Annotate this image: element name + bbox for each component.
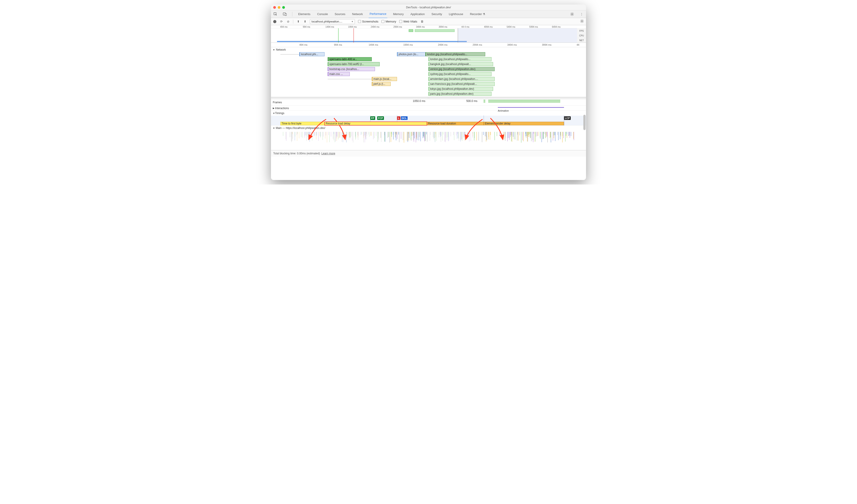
overview-tick: 1994 ms (348, 26, 357, 28)
svg-line-9 (573, 15, 573, 15)
network-header[interactable]: ▼ Network (271, 47, 586, 52)
network-request[interactable]: bootstrap.css (localhos... (328, 67, 375, 71)
timings-body[interactable]: FPFCPLDCLLCPTime to first byteResource l… (271, 116, 586, 125)
network-request[interactable]: main.css ... (328, 72, 350, 76)
device-toggle-icon[interactable] (283, 12, 287, 16)
network-request[interactable]: london.jpg (localhost.philipwalto... (428, 57, 491, 61)
timing-badge-dcl[interactable]: DCL (401, 116, 408, 120)
blocking-time-label: Total blocking time: 0.00ms (estimated) (273, 152, 320, 155)
inspect-icon[interactable] (273, 12, 278, 16)
network-request[interactable]: venice.jpg (localhost.philipwalton.dev) (428, 67, 495, 71)
resize-gripper[interactable]: ⋯ (271, 97, 586, 99)
overview-tick: 4994 ms (484, 26, 493, 28)
tab-recorder[interactable]: Recorder ⚗ (469, 10, 486, 18)
vertical-scrollbar[interactable] (583, 115, 586, 130)
upload-icon[interactable]: ⬆ (297, 20, 300, 23)
overview-tick: 6494 ms (552, 26, 560, 28)
disclosure-triangle-icon: ▼ (273, 127, 275, 129)
timing-badge-fcp[interactable]: FCP (377, 116, 384, 120)
network-section: ▼ Network localhost.phi...opensans-latin… (271, 47, 586, 97)
timeline-overview[interactable]: 494 ms994 ms1494 ms1994 ms2494 ms2994 ms… (271, 25, 586, 43)
network-request[interactable]: photos.json (lo... (397, 52, 428, 56)
tab-performance[interactable]: Performance (369, 10, 387, 18)
network-request[interactable]: main.js (local... (372, 77, 397, 81)
network-request[interactable]: amsterdam.jpg (localhost.philipwalton...… (428, 77, 495, 81)
timing-badge-lcp[interactable]: LCP (564, 116, 571, 120)
overview-tick: 2994 ms (393, 26, 402, 28)
network-request[interactable]: london.jpg (localhost.philipwalto... (425, 52, 485, 56)
overview-cpu-label: CPU (577, 33, 586, 38)
overview-selection[interactable] (458, 28, 577, 43)
tab-memory[interactable]: Memory (392, 10, 405, 18)
network-request[interactable]: perf.js (l... (372, 82, 391, 86)
learn-more-link[interactable]: Learn more (321, 152, 335, 155)
animation-bar (498, 107, 564, 108)
interactions-track[interactable]: ▶ Interactions Animation (271, 106, 586, 111)
lcp-phase-bar[interactable]: Resource load duration (427, 122, 484, 125)
record-button[interactable] (273, 20, 276, 23)
minimize-icon[interactable] (278, 6, 281, 9)
main-label: Main — https://localhost.philipwalton.de… (276, 127, 325, 130)
kebab-icon[interactable]: ⋮ (579, 12, 584, 16)
svg-line-18 (583, 22, 583, 22)
network-canvas[interactable]: localhost.phi...opensans-latin-400.w...o… (271, 52, 586, 97)
panel-tabs: Elements Console Sources Network Perform… (271, 10, 586, 18)
disclosure-triangle-icon: ▼ (273, 112, 275, 115)
gear-icon[interactable] (570, 12, 574, 16)
webvitals-checkbox[interactable]: Web Vitals (399, 20, 417, 23)
overview-tick: 994 ms (303, 26, 310, 28)
profile-selector-label: localhost.philipwalton.... (312, 20, 342, 23)
main-thread-track[interactable]: ▼ Main — https://localhost.philipwalton.… (271, 125, 586, 150)
network-request[interactable]: opensans-latin-400.w... (328, 57, 372, 61)
screenshots-checkbox[interactable]: Screenshots (358, 20, 378, 23)
zoom-icon[interactable] (282, 6, 285, 9)
overview-tick: 2494 ms (371, 26, 379, 28)
tab-sources[interactable]: Sources (334, 10, 346, 18)
ruler-tick: 2994 ms (473, 44, 482, 46)
tab-lighthouse[interactable]: Lighthouse (448, 10, 464, 18)
tab-network[interactable]: Network (351, 10, 364, 18)
network-request[interactable]: tokyo.jpg (localhost.philipwalton.dev) (428, 87, 493, 91)
timing-badge-l[interactable]: L (397, 116, 400, 120)
svg-line-10 (573, 13, 573, 13)
network-request[interactable]: localhost.phi... (299, 52, 324, 56)
lcp-phase-bar[interactable]: Time to first byte (281, 122, 324, 125)
close-icon[interactable] (273, 6, 276, 9)
overview-tick: 44 4 ms (461, 26, 469, 28)
timing-badge-fp[interactable]: FP (370, 116, 375, 120)
tab-console[interactable]: Console (316, 10, 329, 18)
devtools-window: DevTools - localhost.philipwalton.dev/ E… (271, 4, 586, 180)
interactions-label: Interactions (275, 107, 289, 110)
frames-label: Frames (273, 101, 284, 104)
network-request[interactable]: paris.jpg (localhost.philipwalton.dev) (428, 92, 491, 96)
tab-elements[interactable]: Elements (297, 10, 311, 18)
network-request[interactable]: bangkok.jpg (localhost.philipwalt... (428, 62, 493, 66)
network-request[interactable]: opensans-latin-700.woff2 (l... (328, 62, 380, 66)
network-request[interactable]: sydney.jpg (localhost.philipwalto... (428, 72, 491, 76)
clear-icon[interactable]: ⊘ (286, 20, 290, 23)
timeline-ruler[interactable]: 494 ms994 ms1494 ms1994 ms2494 ms2994 ms… (271, 43, 586, 47)
overview-tick: 5994 ms (529, 26, 538, 28)
profile-selector[interactable]: localhost.philipwalton.... ▼ (310, 19, 355, 24)
tab-application[interactable]: Application (409, 10, 426, 18)
download-icon[interactable]: ⬇ (303, 20, 307, 23)
tab-security[interactable]: Security (431, 10, 443, 18)
lcp-phase-bar[interactable]: Element render delay (484, 122, 564, 125)
memory-checkbox[interactable]: Memory (382, 20, 396, 23)
ruler-tick: 3994 ms (542, 44, 551, 46)
frames-track[interactable]: Frames 1050.0 ms 500.0 ms (271, 99, 586, 106)
timings-header[interactable]: ▼ Timings (271, 111, 586, 116)
svg-line-17 (581, 20, 581, 20)
perf-settings-icon[interactable] (580, 19, 584, 23)
lcp-phase-bar[interactable]: Resource load delay (324, 122, 427, 125)
perf-toolbar: ⟳ ⊘ ⬆ ⬇ localhost.philipwalton.... ▼ Scr… (271, 18, 586, 25)
reload-icon[interactable]: ⟳ (280, 20, 283, 23)
network-request[interactable]: san-francisco.jpg (localhost.philipwalt.… (428, 82, 495, 86)
ruler-tick: 994 ms (334, 44, 342, 46)
trash-icon[interactable]: 🗑 (420, 20, 424, 23)
disclosure-triangle-icon: ▶ (273, 107, 275, 110)
overview-net-label: NET (577, 38, 586, 43)
frame-duration-1: 1050.0 ms (413, 99, 425, 103)
ruler-tick: 1994 ms (403, 44, 413, 46)
ruler-tick: 2494 ms (438, 44, 448, 46)
